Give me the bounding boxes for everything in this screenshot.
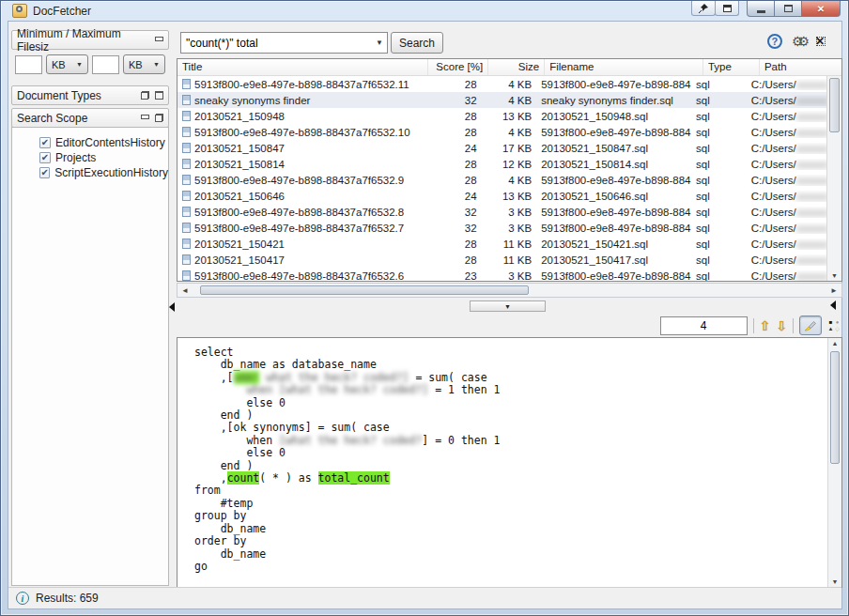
page-number-field[interactable] — [660, 316, 748, 335]
table-cell: 28 — [422, 111, 481, 122]
table-cell: sneaky synonyms finder.sql — [536, 95, 691, 106]
next-occurrence-icon[interactable]: ⇩ — [776, 318, 787, 333]
redacted-path: xxxxxx — [796, 254, 826, 266]
title-bar[interactable]: DocFetcher ✕ — [1, 1, 848, 21]
table-row[interactable]: 20130521_1506462413 KB20130521_150646.sq… — [178, 188, 826, 204]
checkbox[interactable]: ✔ — [39, 137, 51, 148]
scrollbar-thumb[interactable] — [829, 78, 840, 132]
min-filesize-unit-select[interactable]: KB ▼ — [46, 54, 88, 74]
scroll-down-icon[interactable]: ▼ — [827, 272, 841, 279]
minimize-to-tray-icon[interactable] — [813, 34, 828, 49]
collapse-sidebar-sash-icon[interactable] — [169, 302, 175, 312]
restore-panel-icon[interactable] — [155, 114, 163, 122]
minimize-icon — [757, 10, 765, 13]
preferences-gears-icon[interactable]: ⚙⚙ — [792, 34, 804, 49]
shade-window-button[interactable] — [715, 1, 739, 16]
scrollbar-thumb[interactable] — [200, 285, 529, 295]
table-cell: 20130521_150646.sql — [536, 191, 691, 202]
redacted-path: xxxxxx — [796, 175, 826, 186]
column-header-filename[interactable]: Filename — [545, 59, 703, 75]
collapse-panel-icon[interactable] — [155, 37, 163, 41]
table-row[interactable]: sneaky synonyms finder324 KBsneaky synon… — [178, 92, 826, 108]
results-horizontal-scrollbar[interactable]: ◄ ► — [177, 283, 842, 298]
collapse-panel-icon[interactable] — [141, 115, 149, 119]
table-row[interactable]: 20130521_1508472417 KB20130521_150847.sq… — [178, 140, 826, 156]
collapse-preview-sash-icon[interactable] — [830, 300, 836, 310]
table-row[interactable]: 5913f800-e9e8-497e-b898-88437a7f6532.112… — [178, 76, 826, 92]
help-icon[interactable]: ? — [767, 34, 782, 49]
table-row[interactable]: 20130521_1508142812 KB20130521_150814.sq… — [178, 156, 826, 172]
table-cell: C:/Users/xxxxxx — [747, 223, 826, 234]
preview-view-toggle-icon[interactable]: ■●▲◇ — [827, 319, 841, 332]
redacted-path: xxxxxx — [796, 207, 826, 218]
search-scope-panel-header[interactable]: Search Scope — [11, 108, 169, 128]
scroll-up-icon[interactable]: ▲ — [828, 340, 841, 346]
docfetcher-window: DocFetcher ✕ Minimum / Maximum Filesiz K… — [0, 0, 849, 616]
table-row[interactable]: 5913f800-e9e8-497e-b898-88437a7f6532.832… — [178, 204, 826, 220]
previous-occurrence-icon[interactable]: ⇧ — [760, 318, 771, 333]
column-header-score[interactable]: Score [%] — [428, 59, 489, 75]
table-row[interactable]: 20130521_1504172811 KB20130521_150417.sq… — [178, 252, 826, 268]
search-input[interactable] — [181, 37, 372, 50]
highlighting-toggle-button[interactable] — [799, 316, 822, 335]
table-cell: 20130521_150847 — [178, 143, 422, 154]
code-line: db_name — [194, 523, 823, 535]
filesize-panel-header[interactable]: Minimum / Maximum Filesiz — [11, 30, 169, 50]
table-cell: 24 — [422, 143, 481, 154]
close-button[interactable]: ✕ — [801, 1, 841, 17]
table-cell: C:/Users/xxxxxx — [747, 127, 826, 138]
checkbox[interactable]: ✔ — [39, 167, 50, 178]
results-table-header: Title Score [%] Size Filename Type Path — [178, 59, 841, 76]
document-icon — [182, 207, 191, 217]
table-row[interactable]: 20130521_1509482813 KB20130521_150948.sq… — [178, 108, 826, 124]
max-filesize-input[interactable] — [92, 55, 119, 74]
document-icon — [182, 239, 191, 249]
max-filesize-unit-select[interactable]: KB ▼ — [123, 54, 165, 74]
minimize-button[interactable] — [747, 1, 775, 17]
column-header-type[interactable]: Type — [703, 59, 760, 75]
scrollbar-thumb[interactable] — [830, 351, 840, 464]
redacted-path: xxxxxx — [796, 111, 826, 122]
scope-item[interactable]: ✔EditorContentsHistory — [12, 135, 168, 150]
search-button[interactable]: Search — [391, 32, 443, 54]
restore-panel-icon[interactable] — [141, 91, 149, 100]
maximize-button[interactable] — [774, 1, 802, 17]
table-cell: C:/Users/xxxxxx — [747, 239, 826, 250]
table-cell: 20130521_150847.sql — [536, 143, 691, 154]
preview-vertical-scrollbar[interactable]: ▲ ▼ — [827, 338, 841, 587]
scope-item[interactable]: ✔Projects — [12, 150, 168, 165]
code-line: order by — [194, 535, 823, 547]
pin-window-button[interactable] — [691, 1, 716, 16]
table-cell: sql — [691, 191, 747, 202]
table-row[interactable]: 20130521_1504212811 KB20130521_150421.sq… — [178, 236, 826, 252]
results-vertical-scrollbar[interactable]: ▼ — [826, 76, 841, 281]
table-cell: 20130521_150417 — [178, 254, 422, 266]
table-cell: 5913f800-e9e8-497e-b898-88437a7f6532.8 — [178, 207, 422, 218]
search-query-combobox[interactable]: ▼ — [180, 32, 388, 54]
column-header-size[interactable]: Size — [488, 59, 545, 75]
table-cell: 23 — [422, 270, 481, 282]
table-row[interactable]: 5913f800-e9e8-497e-b898-88437a7f6532.928… — [178, 172, 826, 188]
document-icon — [182, 127, 191, 137]
column-header-path[interactable]: Path — [760, 59, 841, 75]
maximize-panel-icon[interactable] — [155, 91, 163, 100]
scroll-down-icon[interactable]: ▼ — [828, 578, 841, 585]
preview-sash-button[interactable]: ▼ — [470, 300, 546, 312]
table-cell: 20130521_150814.sql — [536, 159, 691, 170]
table-cell: 3 KB — [482, 270, 537, 282]
redacted-path: xxxxxx — [796, 270, 826, 282]
scroll-left-icon[interactable]: ◄ — [181, 285, 189, 297]
document-types-panel-header[interactable]: Document Types — [11, 85, 169, 105]
column-header-title[interactable]: Title — [178, 59, 428, 75]
table-row[interactable]: 5913f800-e9e8-497e-b898-88437a7f6532.102… — [178, 124, 826, 140]
preview-pane[interactable]: select db_name as database_name ,[umm! w… — [177, 337, 842, 588]
checkbox[interactable]: ✔ — [39, 152, 51, 163]
table-row[interactable]: 5913f800-e9e8-497e-b898-88437a7f6532.623… — [178, 268, 826, 281]
scope-item[interactable]: ✔ScriptExecutionHistory — [12, 165, 168, 180]
scroll-right-icon[interactable]: ► — [830, 285, 838, 297]
table-cell: 13 KB — [482, 111, 537, 122]
table-cell: 4 KB — [482, 95, 537, 106]
chevron-down-icon[interactable]: ▼ — [372, 38, 387, 47]
min-filesize-input[interactable] — [15, 55, 42, 74]
table-row[interactable]: 5913f800-e9e8-497e-b898-88437a7f6532.732… — [178, 220, 826, 236]
